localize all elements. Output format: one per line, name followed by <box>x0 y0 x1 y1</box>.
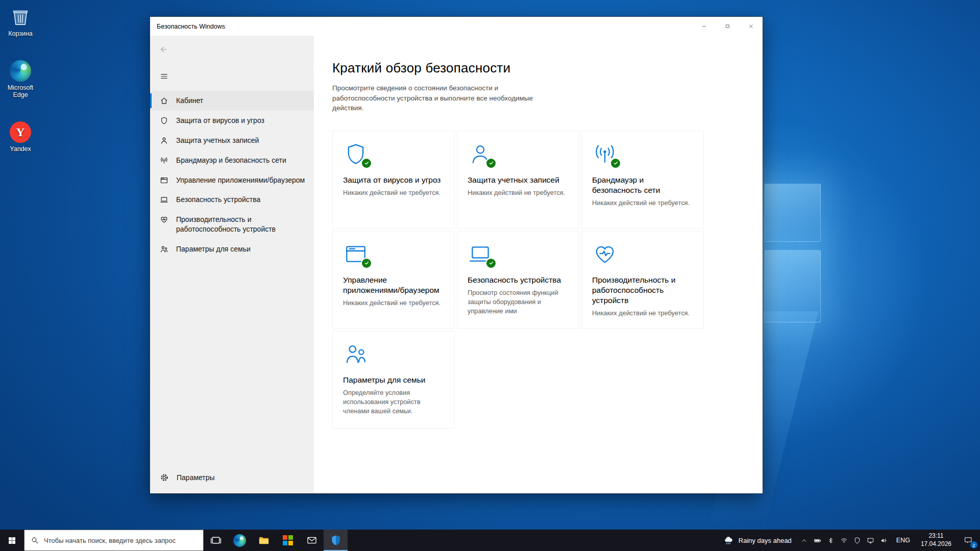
minimize-button[interactable] <box>692 17 716 36</box>
tile-status: Никаких действий не требуется. <box>343 298 444 308</box>
tile-status: Никаких действий не требуется. <box>592 198 693 208</box>
tile-apps[interactable]: Управление приложениями/браузеромНикаких… <box>332 231 455 329</box>
action-center-button[interactable]: 2 <box>957 530 980 551</box>
weather-label: Rainy days ahead <box>739 537 792 544</box>
page-title: Краткий обзор безопасности <box>332 60 763 76</box>
bluetooth-icon[interactable] <box>824 530 838 551</box>
main-content: Краткий обзор безопасности Просмотрите с… <box>314 36 763 493</box>
display-icon[interactable] <box>864 530 877 551</box>
sidebar-item-family[interactable]: Параметры для семьи <box>150 239 314 259</box>
taskbar-windows-security-button[interactable] <box>324 530 348 551</box>
start-button[interactable] <box>0 530 24 551</box>
family-icon <box>160 245 168 254</box>
health-icon <box>592 241 618 267</box>
status-check-icon <box>361 158 372 169</box>
status-check-icon <box>361 258 372 269</box>
tile-title: Защита от вирусов и угроз <box>343 175 444 185</box>
taskbar-search[interactable] <box>24 530 204 551</box>
battery-icon[interactable] <box>811 530 824 551</box>
taskbar-store-button[interactable] <box>276 530 300 551</box>
desktop-icon-edge[interactable]: Microsoft Edge <box>1 60 40 98</box>
taskbar-weather[interactable]: Rainy days ahead <box>717 530 798 551</box>
status-check-icon <box>485 258 497 269</box>
shield-icon <box>160 116 168 125</box>
tile-person[interactable]: Защита учетных записейНикаких действий н… <box>457 131 579 229</box>
sidebar-item-home[interactable]: Кабинет <box>150 91 314 111</box>
desktop-icon-recycle-bin[interactable]: Корзина <box>1 6 40 37</box>
windows-security-window: Безопасность Windows КабинетЗащита от ви… <box>150 17 763 493</box>
status-check-icon <box>485 158 497 169</box>
search-input[interactable] <box>44 537 203 544</box>
network-icon <box>592 141 618 167</box>
gear-icon <box>160 473 169 482</box>
family-icon <box>343 341 369 367</box>
sidebar-item-label: Управление приложениями/браузером <box>176 176 305 185</box>
sidebar-item-settings[interactable]: Параметры <box>150 468 314 487</box>
desktop-icon-yandex[interactable]: YYandex <box>1 121 40 153</box>
tile-network[interactable]: Брандмауэр и безопасность сетиНикаких де… <box>581 131 704 229</box>
store-icon <box>283 535 293 545</box>
settings-label: Параметры <box>177 473 215 482</box>
sidebar-item-person[interactable]: Защита учетных записей <box>150 131 314 151</box>
tile-family[interactable]: Параметры для семьиОпределяйте условия и… <box>332 331 455 429</box>
window-title: Безопасность Windows <box>157 23 225 30</box>
close-icon <box>748 23 754 29</box>
search-icon <box>31 536 39 544</box>
volume-icon[interactable] <box>877 530 891 551</box>
network-icon <box>160 156 168 165</box>
taskbar-mail-button[interactable] <box>300 530 324 551</box>
sidebar-item-label: Производительность и работоспособность у… <box>176 215 307 234</box>
wifi-icon[interactable] <box>838 530 851 551</box>
desktop-icon-label: Microsoft Edge <box>1 84 40 98</box>
shield-icon[interactable] <box>851 530 864 551</box>
taskbar-task-view-button[interactable] <box>204 530 228 551</box>
tile-title: Безопасность устройства <box>468 275 569 285</box>
windows-security-icon <box>330 534 342 546</box>
taskbar-file-explorer-button[interactable] <box>252 530 276 551</box>
sidebar-item-device[interactable]: Безопасность устройства <box>150 190 314 210</box>
status-check-icon <box>610 158 621 169</box>
device-icon <box>468 241 493 267</box>
taskbar-edge-button[interactable] <box>228 530 252 551</box>
titlebar[interactable]: Безопасность Windows <box>150 17 763 36</box>
weather-icon <box>723 535 734 546</box>
tile-status: Никаких действий не требуется. <box>592 309 693 318</box>
taskbar-clock[interactable]: 23:11 17.04.2026 <box>916 530 957 551</box>
clock-date: 17.04.2026 <box>921 540 951 548</box>
tile-status: Определяйте условия использования устрой… <box>343 388 444 416</box>
sidebar-item-label: Параметры для семьи <box>176 244 251 254</box>
tile-title: Производительность и работоспособность у… <box>592 275 693 306</box>
edge-icon <box>10 60 31 82</box>
minimize-icon <box>701 23 707 29</box>
maximize-icon <box>725 23 730 29</box>
taskbar: Rainy days ahead ENG 23:11 17.04.2026 2 <box>0 530 980 551</box>
hamburger-menu-button[interactable] <box>153 66 175 86</box>
sidebar-item-label: Защита от вирусов и угроз <box>176 116 264 126</box>
apps-icon <box>343 241 369 267</box>
desktop-icon-label: Корзина <box>8 30 33 37</box>
recycle-bin-icon <box>10 6 31 28</box>
system-tray <box>798 530 891 551</box>
chevron-up-icon[interactable] <box>798 530 811 551</box>
tile-title: Брандмауэр и безопасность сети <box>592 175 693 195</box>
back-arrow-icon <box>159 45 168 54</box>
maximize-button[interactable] <box>716 17 739 36</box>
home-icon <box>160 96 168 105</box>
language-indicator[interactable]: ENG <box>891 530 916 551</box>
window-controls <box>692 17 763 36</box>
edge-icon <box>233 534 246 547</box>
notification-badge: 2 <box>970 541 977 548</box>
back-button[interactable] <box>153 41 175 58</box>
taskbar-pinned-apps <box>204 530 348 551</box>
sidebar-item-apps[interactable]: Управление приложениями/браузером <box>150 170 314 190</box>
tile-health[interactable]: Производительность и работоспособность у… <box>581 231 704 329</box>
page-subtitle: Просмотрите сведения о состоянии безопас… <box>332 83 535 113</box>
tile-shield[interactable]: Защита от вирусов и угрозНикаких действи… <box>332 131 455 229</box>
sidebar-item-label: Кабинет <box>176 96 203 106</box>
close-button[interactable] <box>739 17 763 36</box>
sidebar-item-shield[interactable]: Защита от вирусов и угроз <box>150 111 314 131</box>
sidebar-item-health[interactable]: Производительность и работоспособность у… <box>150 210 314 239</box>
tile-device[interactable]: Безопасность устройстваПросмотр состояни… <box>457 231 579 329</box>
file-explorer-icon <box>258 534 270 546</box>
sidebar-item-network[interactable]: Брандмауэр и безопасность сети <box>150 151 314 170</box>
